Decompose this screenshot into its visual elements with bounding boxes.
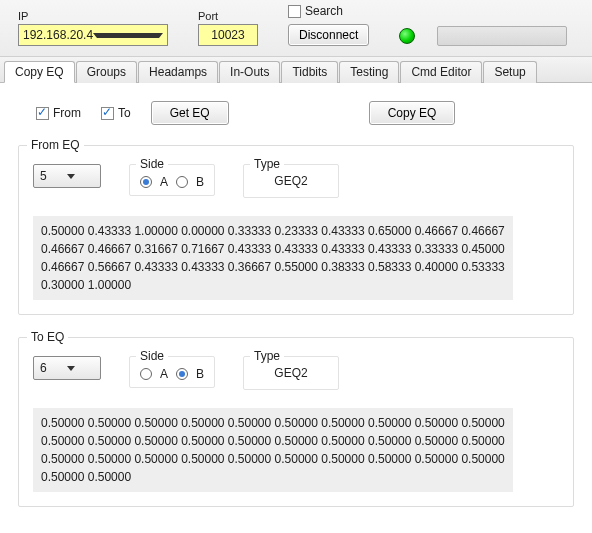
from-side-a-radio[interactable] <box>140 176 152 188</box>
tab-tidbits[interactable]: Tidbits <box>281 61 338 83</box>
from-channel-value: 5 <box>40 169 47 183</box>
progress-bar <box>437 26 567 46</box>
port-input[interactable]: 10023 <box>198 24 258 46</box>
from-checkbox[interactable] <box>36 107 49 120</box>
chevron-down-icon <box>67 366 75 371</box>
tab-headamps[interactable]: Headamps <box>138 61 218 83</box>
to-channel-value: 6 <box>40 361 47 375</box>
to-type-value: GEQ2 <box>274 366 307 380</box>
from-eq-title: From EQ <box>27 138 84 152</box>
ip-combo[interactable]: 192.168.20.4 <box>18 24 168 46</box>
from-type-value: GEQ2 <box>274 174 307 188</box>
ip-label: IP <box>18 10 168 22</box>
chevron-down-icon <box>67 174 75 179</box>
tab-bar: Copy EQ Groups Headamps In-Outs Tidbits … <box>0 57 592 83</box>
action-row: From To Get EQ Copy EQ <box>36 101 574 125</box>
get-eq-button[interactable]: Get EQ <box>151 101 229 125</box>
from-side-group: Side A B <box>129 164 215 196</box>
to-channel-select[interactable]: 6 <box>33 356 101 380</box>
port-label: Port <box>198 10 258 22</box>
to-eq-group: To EQ 6 Side A B Type GEQ2 0.50000 0.500… <box>18 337 574 507</box>
to-type-box: Type GEQ2 <box>243 356 339 390</box>
from-eq-group: From EQ 5 Side A B Type GEQ2 0.50000 0.4… <box>18 145 574 315</box>
port-group: Port 10023 <box>198 10 258 46</box>
from-side-a-label: A <box>160 175 168 189</box>
from-type-label: Type <box>250 157 284 171</box>
from-channel-select[interactable]: 5 <box>33 164 101 188</box>
tab-in-outs[interactable]: In-Outs <box>219 61 280 83</box>
to-eq-values: 0.50000 0.50000 0.50000 0.50000 0.50000 … <box>33 408 513 492</box>
search-label: Search <box>305 4 343 18</box>
tab-content: From To Get EQ Copy EQ From EQ 5 Side A … <box>0 83 592 533</box>
to-side-group: Side A B <box>129 356 215 388</box>
to-type-label: Type <box>250 349 284 363</box>
to-checkbox[interactable] <box>101 107 114 120</box>
tab-copy-eq[interactable]: Copy EQ <box>4 61 75 83</box>
ip-group: IP 192.168.20.4 <box>18 10 168 46</box>
search-group: Search Disconnect <box>288 4 369 46</box>
tab-testing[interactable]: Testing <box>339 61 399 83</box>
ip-value: 192.168.20.4 <box>23 28 93 42</box>
from-side-label: Side <box>136 157 168 171</box>
from-side-b-radio[interactable] <box>176 176 188 188</box>
search-checkbox[interactable] <box>288 5 301 18</box>
to-checkbox-label: To <box>118 106 131 120</box>
to-side-a-label: A <box>160 367 168 381</box>
to-side-b-radio[interactable] <box>176 368 188 380</box>
from-checkbox-label: From <box>53 106 81 120</box>
top-toolbar: IP 192.168.20.4 Port 10023 Search Discon… <box>0 0 592 57</box>
tab-groups[interactable]: Groups <box>76 61 137 83</box>
tab-cmd-editor[interactable]: Cmd Editor <box>400 61 482 83</box>
to-eq-title: To EQ <box>27 330 68 344</box>
status-led-icon <box>399 28 415 44</box>
copy-eq-button[interactable]: Copy EQ <box>369 101 456 125</box>
from-type-box: Type GEQ2 <box>243 164 339 198</box>
to-side-a-radio[interactable] <box>140 368 152 380</box>
to-side-b-label: B <box>196 367 204 381</box>
to-side-label: Side <box>136 349 168 363</box>
from-side-b-label: B <box>196 175 204 189</box>
tab-setup[interactable]: Setup <box>483 61 536 83</box>
chevron-down-icon <box>93 33 163 38</box>
disconnect-button[interactable]: Disconnect <box>288 24 369 46</box>
from-eq-values: 0.50000 0.43333 1.00000 0.00000 0.33333 … <box>33 216 513 300</box>
